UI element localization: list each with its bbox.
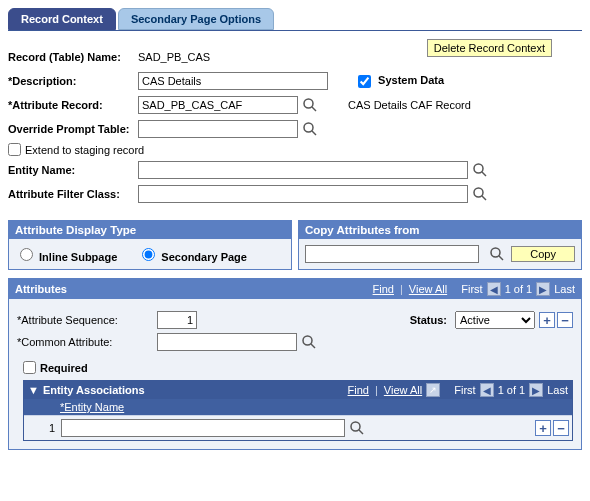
override-prompt-input[interactable] bbox=[138, 120, 298, 138]
page-tabs: Record Context Secondary Page Options bbox=[8, 8, 582, 31]
attribute-record-input[interactable] bbox=[138, 96, 298, 114]
attribute-record-description: CAS Details CAF Record bbox=[348, 99, 471, 111]
col-row-number bbox=[26, 401, 60, 413]
svg-point-0 bbox=[304, 99, 313, 108]
svg-point-2 bbox=[304, 123, 313, 132]
tab-record-context[interactable]: Record Context bbox=[8, 8, 116, 30]
panel-header-display-type: Attribute Display Type bbox=[9, 221, 291, 239]
svg-point-8 bbox=[491, 248, 500, 257]
entity-row-number: 1 bbox=[27, 422, 61, 434]
svg-point-4 bbox=[474, 164, 483, 173]
description-input[interactable] bbox=[138, 72, 328, 90]
copy-from-input[interactable] bbox=[305, 245, 479, 263]
panel-header-attributes: Attributes bbox=[15, 283, 67, 295]
lookup-icon[interactable] bbox=[472, 186, 488, 202]
copy-button[interactable]: Copy bbox=[511, 246, 575, 262]
label-entity-name: Entity Name: bbox=[8, 164, 138, 176]
delete-row-button[interactable]: − bbox=[557, 312, 573, 328]
lookup-icon[interactable] bbox=[472, 162, 488, 178]
required-checkbox[interactable] bbox=[23, 361, 36, 374]
panel-header-copy-from: Copy Attributes from bbox=[299, 221, 581, 239]
attr-sequence-input[interactable] bbox=[157, 311, 197, 329]
radio-secondary-page[interactable] bbox=[142, 248, 155, 261]
label-attr-sequence: *Attribute Sequence: bbox=[17, 314, 157, 326]
svg-line-11 bbox=[311, 344, 315, 348]
entity-prev-icon[interactable]: ◀ bbox=[480, 383, 494, 397]
popout-icon[interactable]: ↗ bbox=[426, 383, 440, 397]
status-select[interactable]: Active bbox=[455, 311, 535, 329]
label-description: *Description: bbox=[8, 75, 138, 87]
entity-delete-row-button[interactable]: − bbox=[553, 420, 569, 436]
svg-line-9 bbox=[499, 256, 503, 260]
extend-staging-checkbox[interactable] bbox=[8, 143, 21, 156]
svg-line-7 bbox=[482, 196, 486, 200]
entity-next-icon[interactable]: ▶ bbox=[529, 383, 543, 397]
delete-record-context-button[interactable]: Delete Record Context bbox=[427, 39, 552, 57]
label-override-prompt: Override Prompt Table: bbox=[8, 123, 138, 135]
last-label: Last bbox=[554, 283, 575, 295]
label-required: Required bbox=[40, 362, 88, 374]
svg-point-12 bbox=[351, 422, 360, 431]
collapse-toggle-icon[interactable]: ▼ bbox=[28, 384, 39, 396]
panel-header-entity: Entity Associations bbox=[43, 384, 145, 396]
lookup-icon[interactable] bbox=[489, 246, 505, 262]
entity-add-row-button[interactable]: + bbox=[535, 420, 551, 436]
entity-view-all-link[interactable]: View All bbox=[384, 384, 422, 396]
entity-name-input[interactable] bbox=[138, 161, 468, 179]
entity-find-link[interactable]: Find bbox=[348, 384, 369, 396]
entity-table-row: 1 + − bbox=[24, 415, 572, 440]
svg-point-6 bbox=[474, 188, 483, 197]
svg-line-13 bbox=[359, 430, 363, 434]
label-record-name: Record (Table) Name: bbox=[8, 51, 138, 63]
lookup-icon[interactable] bbox=[301, 334, 317, 350]
panel-copy-attributes-from: Copy Attributes from Copy bbox=[298, 220, 582, 270]
panel-entity-associations: ▼ Entity Associations Find | View All ↗ … bbox=[23, 380, 573, 441]
value-record-name: SAD_PB_CAS bbox=[138, 51, 210, 63]
label-extend-staging: Extend to staging record bbox=[25, 144, 144, 156]
panel-attributes: Attributes Find | View All First ◀ 1 of … bbox=[8, 278, 582, 450]
prev-icon[interactable]: ◀ bbox=[487, 282, 501, 296]
entity-position: 1 of 1 bbox=[498, 384, 526, 396]
panel-attribute-display-type: Attribute Display Type Inline Subpage Se… bbox=[8, 220, 292, 270]
add-row-button[interactable]: + bbox=[539, 312, 555, 328]
svg-line-5 bbox=[482, 172, 486, 176]
label-attribute-record: *Attribute Record: bbox=[8, 99, 138, 111]
attribute-filter-input[interactable] bbox=[138, 185, 468, 203]
label-system-data: System Data bbox=[378, 74, 444, 86]
record-position: 1 of 1 bbox=[505, 283, 533, 295]
find-link[interactable]: Find bbox=[373, 283, 394, 295]
lookup-icon[interactable] bbox=[302, 121, 318, 137]
first-label: First bbox=[461, 283, 482, 295]
view-all-link[interactable]: View All bbox=[409, 283, 447, 295]
tab-secondary-page-options[interactable]: Secondary Page Options bbox=[118, 8, 274, 30]
entity-first-label: First bbox=[454, 384, 475, 396]
next-icon[interactable]: ▶ bbox=[536, 282, 550, 296]
svg-point-10 bbox=[303, 336, 312, 345]
entity-last-label: Last bbox=[547, 384, 568, 396]
common-attribute-input[interactable] bbox=[157, 333, 297, 351]
lookup-icon[interactable] bbox=[349, 420, 365, 436]
svg-line-3 bbox=[312, 131, 316, 135]
label-status: Status: bbox=[410, 314, 447, 326]
col-entity-name[interactable]: *Entity Name bbox=[60, 401, 570, 413]
radio-inline-subpage[interactable] bbox=[20, 248, 33, 261]
svg-line-1 bbox=[312, 107, 316, 111]
entity-name-row-input[interactable] bbox=[61, 419, 345, 437]
label-attribute-filter: Attribute Filter Class: bbox=[8, 188, 138, 200]
system-data-checkbox[interactable] bbox=[358, 75, 371, 88]
lookup-icon[interactable] bbox=[302, 97, 318, 113]
label-common-attribute: *Common Attribute: bbox=[17, 336, 157, 348]
